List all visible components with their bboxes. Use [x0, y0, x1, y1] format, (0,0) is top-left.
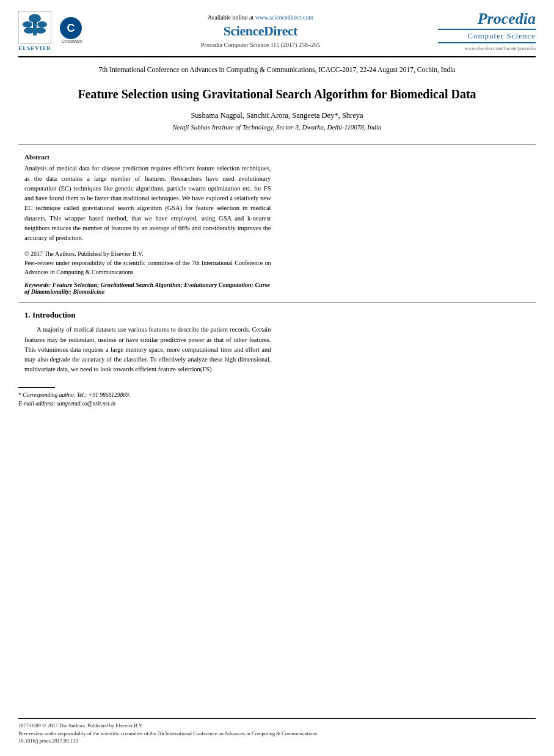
elsevier-logo: ELSEVIER [18, 11, 51, 51]
crossmark-icon: C CrossMark [59, 16, 83, 46]
svg-point-3 [23, 21, 32, 27]
email-value: sangeetad.co@nsit.net.in [57, 401, 115, 407]
keywords-text: Keywords: Feature Selection; Gravitation… [24, 282, 271, 295]
footer-doi: 10.1016/j.procs.2017.09.133 [18, 738, 78, 744]
abstract-text: Analysis of medical data for disease pre… [24, 164, 271, 243]
bottom-footer: 1877-0509 © 2017 The Authors. Published … [18, 718, 536, 745]
bottom-footer-text: 1877-0509 © 2017 The Authors. Published … [18, 722, 536, 745]
paper-title: Feature Selection using Gravitational Se… [37, 86, 517, 103]
footer-peer-review: Peer-review under responsibility of the … [18, 730, 317, 736]
keywords: Feature Selection; Gravitational Search … [24, 282, 270, 295]
conference-text: 7th International Conference on Advances… [37, 65, 517, 75]
procedia-title: Procedia [438, 11, 536, 27]
keywords-label: Keywords: [24, 282, 51, 288]
intro-left-col: 1. Introduction [18, 310, 277, 325]
crossmark-logo: C CrossMark [59, 16, 83, 46]
abstract-label: Abstract [24, 153, 271, 161]
svg-point-2 [29, 14, 41, 23]
abstract-left-col: Abstract Analysis of medical data for di… [18, 153, 277, 295]
affiliation: Netaji Subhas Institute of Technology, S… [37, 123, 517, 131]
footnote-area: * Corresponding author. Tel.: +91 986812… [0, 387, 554, 409]
conference-section: 7th International Conference on Advances… [0, 57, 554, 80]
abstract-columns: Abstract Analysis of medical data for di… [0, 153, 554, 295]
elsevier-tree-icon [18, 11, 51, 44]
intro-heading: 1. Introduction [24, 310, 271, 320]
email-label: E-mail address: [18, 401, 56, 407]
intro-body-left: A majority of medical datasets use vario… [18, 325, 277, 374]
intro-body-columns: A majority of medical datasets use vario… [0, 325, 554, 374]
procedia-url: www.elsevier.com/locate/procedia [438, 45, 536, 51]
journal-info: Procedia Computer Science 115 (2017) 258… [95, 42, 426, 48]
copyright-text: © 2017 The Authors. Published by Elsevie… [24, 249, 271, 277]
section-divider [18, 302, 536, 303]
intro-right-col [277, 153, 536, 295]
svg-text:CrossMark: CrossMark [62, 39, 82, 43]
footnote-corresponding: * Corresponding author. Tel.: +91 986812… [18, 391, 536, 409]
sciencedirect-link[interactable]: www.sciencedirect.com [255, 14, 313, 21]
footer-issn: 1877-0509 © 2017 The Authors. Published … [18, 722, 143, 729]
intro-right-empty [277, 310, 536, 325]
intro-body-right [277, 325, 536, 374]
svg-text:C: C [67, 22, 75, 34]
footnote-divider [18, 387, 55, 388]
procedia-brand: Procedia Computer Science www.elsevier.c… [438, 11, 536, 51]
bottom-footer-divider [18, 718, 536, 719]
header-center: Available online at www.sciencedirect.co… [83, 14, 438, 48]
intro-columns: 1. Introduction [0, 310, 554, 325]
title-divider [18, 144, 536, 145]
sciencedirect-title: ScienceDirect [95, 23, 426, 39]
svg-point-5 [24, 27, 35, 34]
title-section: Feature Selection using Gravitational Se… [0, 80, 554, 136]
procedia-subtitle: Computer Science [438, 29, 536, 43]
svg-point-4 [37, 21, 47, 27]
elsevier-label: ELSEVIER [18, 45, 51, 51]
available-online-text: Available online at www.sciencedirect.co… [95, 14, 426, 21]
authors: Sushama Nagpal, Sanchit Arora, Sangeeta … [37, 111, 517, 120]
logos-left: ELSEVIER C CrossMark [18, 11, 83, 51]
page-header: ELSEVIER C CrossMark Available online at… [0, 0, 554, 56]
svg-point-6 [35, 27, 46, 34]
intro-body-text-left: A majority of medical datasets use vario… [24, 325, 271, 374]
